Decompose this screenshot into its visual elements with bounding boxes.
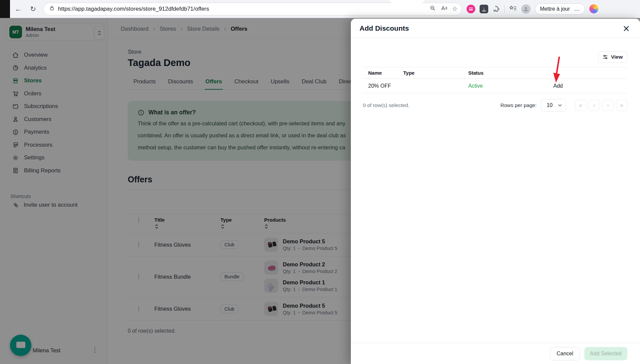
drawer-footer: Cancel Add Selected xyxy=(351,343,640,364)
extensions-puzzle-icon[interactable] xyxy=(493,5,500,13)
add-discount-button[interactable]: Add xyxy=(553,83,622,89)
annotation-arrow xyxy=(551,55,563,85)
pagination-bar: 0 of row(s) selected. Rows per page: 10 … xyxy=(363,99,627,112)
column-name: Name xyxy=(368,70,403,76)
browser-update-button[interactable]: Mettre à jour … xyxy=(535,3,585,15)
drawer-title: Add Discounts xyxy=(360,24,409,32)
close-icon[interactable]: × xyxy=(622,24,630,33)
add-selected-button[interactable]: Add Selected xyxy=(584,347,627,360)
address-bar[interactable]: https://app.tagadapay.com/stores/store_9… xyxy=(43,3,462,15)
next-page-button[interactable]: › xyxy=(602,100,614,111)
cancel-button[interactable]: Cancel xyxy=(550,347,580,360)
last-page-button[interactable]: » xyxy=(616,100,627,111)
view-button[interactable]: View xyxy=(598,51,627,63)
url-text[interactable]: https://app.tagadapay.com/stores/store_9… xyxy=(58,6,430,12)
tab-fragment xyxy=(390,0,424,3)
previous-page-button[interactable]: ‹ xyxy=(589,100,600,111)
table-row[interactable]: 20% OFF Active Add xyxy=(363,79,627,93)
discount-name: 20% OFF xyxy=(368,83,403,89)
rows-per-page-select[interactable]: 10 xyxy=(541,99,566,112)
chevron-down-icon xyxy=(558,104,562,107)
discounts-table-header: Name Type Status xyxy=(363,67,627,79)
status-badge: Active xyxy=(468,83,553,89)
download-icon[interactable]: ↓ xyxy=(480,5,488,13)
discounts-table: Name Type Status 20% OFF Active Add xyxy=(363,67,627,93)
browser-profile-avatar[interactable] xyxy=(521,4,531,14)
back-icon[interactable]: ← xyxy=(13,5,24,13)
zoom-out-icon[interactable] xyxy=(430,5,436,13)
add-discounts-drawer: Add Discounts × View Name Type Status 20… xyxy=(351,19,640,364)
rows-per-page-label: Rows per page: xyxy=(500,102,537,108)
pink-extension-icon[interactable] xyxy=(467,5,475,13)
window-corner-block xyxy=(0,0,10,18)
favorite-star-icon[interactable]: ☆ xyxy=(452,5,458,13)
lock-icon xyxy=(49,5,55,12)
first-page-button[interactable]: « xyxy=(575,100,586,111)
sliders-icon xyxy=(603,54,608,60)
browser-chrome: ← ↻ https://app.tagadapay.com/stores/sto… xyxy=(0,0,640,18)
read-aloud-icon[interactable] xyxy=(441,5,447,13)
column-type: Type xyxy=(403,70,468,76)
browser-menu-icon[interactable]: … xyxy=(574,5,580,12)
refresh-icon[interactable]: ↻ xyxy=(27,5,39,13)
copilot-icon[interactable] xyxy=(589,4,598,13)
selection-count: 0 of row(s) selected. xyxy=(363,102,500,108)
favorites-bar-icon[interactable] xyxy=(509,5,517,13)
column-status: Status xyxy=(468,70,553,76)
